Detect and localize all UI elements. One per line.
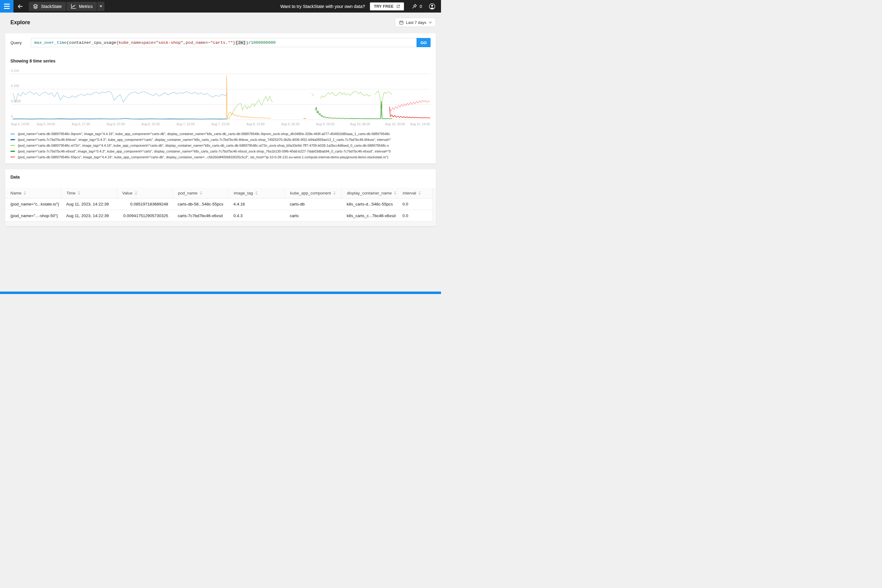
svg-text:Aug 9, 16:00: Aug 9, 16:00: [316, 122, 334, 126]
table-cell: k8s_carts_c...7bc46-x6xsd: [342, 213, 397, 218]
tab-metrics-label: Metrics: [79, 4, 93, 9]
column-header-label: pod_name: [178, 191, 198, 195]
svg-text:Aug 7, 10:00: Aug 7, 10:00: [176, 122, 195, 126]
legend-item[interactable]: {pod_name="carts-db-588979548c-9qnxm", i…: [10, 131, 430, 137]
query-input[interactable]: max_over_time(container_cpu_usage{kube_n…: [31, 38, 417, 47]
table-scrollbar-track[interactable]: [433, 188, 436, 221]
query-token: kube_namespace: [118, 40, 153, 45]
sort-icon: [394, 191, 396, 195]
column-header-kube-app-component[interactable]: kube_app_component: [285, 188, 342, 198]
legend-swatch: [10, 139, 15, 141]
user-avatar-button[interactable]: [429, 3, 435, 10]
table-cell: carts-7c7bd7bc46-x6xsd: [172, 213, 228, 218]
page-title: Explore: [10, 19, 30, 26]
tab-stackstate[interactable]: StackState: [29, 2, 66, 11]
query-token: =~: [206, 40, 210, 45]
column-header-interval[interactable]: interval: [397, 188, 433, 198]
stackstate-logo-icon: [33, 4, 38, 9]
table-header-row: NameTimeValuepod_nameimage_tagkube_app_c…: [5, 188, 436, 198]
caret-down-icon: [99, 6, 102, 8]
column-header-time[interactable]: Time: [61, 188, 117, 198]
hamburger-menu-button[interactable]: [0, 0, 14, 12]
query-token: [2m]: [235, 40, 246, 45]
topbar: StackState Metrics Want to try StackStat…: [0, 0, 441, 12]
column-header-display-container-name[interactable]: display_container_name: [342, 188, 397, 198]
column-header-label: interval: [403, 191, 416, 195]
table-cell: k8s_carts-d...548c-55pcs: [342, 202, 397, 206]
data-card: Data NameTimeValuepod_nameimage_tagkube_…: [5, 170, 436, 226]
table-cell: 0.009417512905730325: [117, 213, 172, 218]
time-range-selector[interactable]: Last 7 days: [395, 18, 436, 27]
pin-icon: [411, 3, 417, 9]
table-cell: Aug 11, 2023, 14:22:39: [61, 213, 117, 218]
column-header-value[interactable]: Value: [117, 188, 172, 198]
query-label: Query: [10, 40, 22, 45]
legend-text: {pod_name="carts-7c7bd7bc46-x6xsd", imag…: [18, 150, 391, 153]
svg-text:0: 0: [11, 114, 13, 118]
try-free-button[interactable]: TRY FREE: [370, 3, 404, 10]
column-header-name[interactable]: Name: [5, 188, 61, 198]
table-cell: 0.0: [397, 213, 433, 218]
explore-card: Query max_over_time(container_cpu_usage{…: [5, 33, 436, 164]
svg-text:Aug 4, 14:00: Aug 4, 14:00: [11, 122, 29, 126]
query-token: ): [246, 40, 248, 45]
legend-item[interactable]: {pod_name="carts-db-588979548c-st72n", i…: [10, 143, 430, 148]
calendar-icon: [399, 20, 404, 25]
pinned-views-button[interactable]: 0: [411, 3, 422, 9]
table-cell: {pod_name="...-shop-50"}: [5, 213, 61, 218]
svg-text:Aug 5, 17:30: Aug 5, 17:30: [72, 122, 90, 126]
query-token: }: [233, 40, 235, 45]
go-button[interactable]: GO: [417, 38, 430, 47]
timeseries-chart: 00.05000.1000.150Aug 4, 14:00Aug 5, 04:0…: [10, 69, 430, 128]
legend-swatch: [10, 156, 15, 158]
promo-text: Want to try StackState with your own dat…: [280, 4, 365, 9]
svg-text:0.100: 0.100: [11, 84, 19, 88]
query-token: container_cpu_usage: [69, 40, 116, 45]
query-token: max_over_time: [34, 40, 66, 45]
tab-metrics[interactable]: Metrics: [66, 2, 97, 11]
table-row[interactable]: {pod_name="...-shop-50"}Aug 11, 2023, 14…: [5, 210, 436, 221]
column-header-label: image_tag: [234, 191, 253, 195]
table-cell: carts-db-58...548c-55pcs: [172, 202, 228, 206]
svg-text:Aug 5, 04:00: Aug 5, 04:00: [37, 122, 55, 126]
legend-text: {pod_name="carts-db-588979548c-9qnxm", i…: [18, 132, 390, 136]
legend-text: {pod_name="carts-db-588979548c-55pcs", i…: [18, 155, 388, 159]
table-cell: carts: [285, 213, 342, 218]
tab-dropdown-button[interactable]: [98, 2, 104, 11]
arrow-left-icon: [18, 4, 23, 9]
legend-item[interactable]: {pod_name="carts-7c7bd7bc46-x6xsd", imag…: [10, 148, 430, 154]
table-cell: carts-db: [285, 202, 342, 206]
svg-text:0.150: 0.150: [11, 69, 19, 72]
back-button[interactable]: [14, 0, 27, 12]
column-header-image-tag[interactable]: image_tag: [228, 188, 285, 198]
svg-text:Aug 10, 20:00: Aug 10, 20:00: [385, 122, 405, 126]
column-header-label: Time: [66, 191, 76, 195]
column-header-label: Name: [10, 191, 21, 195]
query-box: max_over_time(container_cpu_usage{kube_n…: [31, 38, 430, 47]
bottom-accent-bar: [0, 291, 441, 294]
topbar-right: Want to try StackState with your own dat…: [280, 3, 441, 10]
table-cell: 0.085197183689248: [117, 202, 172, 206]
table-cell: 0.4.3: [228, 213, 285, 218]
column-header-pod-name[interactable]: pod_name: [172, 188, 228, 198]
time-range-label: Last 7 days: [406, 20, 427, 25]
sort-icon: [333, 191, 336, 195]
table-row[interactable]: {pod_name="c...kstate.io"}Aug 11, 2023, …: [5, 198, 436, 210]
legend-swatch: [10, 151, 15, 152]
table-cell: {pod_name="c...kstate.io"}: [5, 202, 61, 206]
table-cell: 4.4.16: [228, 202, 285, 206]
legend-text: {pod_name="carts-7c7bd7bc46-6hkvw", imag…: [18, 138, 391, 141]
query-token: pod_name: [186, 40, 206, 45]
legend-item[interactable]: {pod_name="carts-7c7bd7bc46-6hkvw", imag…: [10, 137, 430, 143]
chart-canvas: 00.05000.1000.150Aug 4, 14:00Aug 5, 04:0…: [10, 69, 430, 128]
data-table: NameTimeValuepod_nameimage_tagkube_app_c…: [5, 188, 436, 221]
sort-icon: [24, 191, 26, 195]
chart-title: Showing 8 time series: [10, 58, 56, 63]
sort-icon: [200, 191, 202, 195]
legend-item[interactable]: {pod_name="carts-db-588979548c-55pcs", i…: [10, 154, 430, 160]
legend-swatch: [10, 145, 15, 146]
pin-count: 0: [420, 4, 422, 9]
query-token: (: [66, 40, 69, 45]
svg-text:Aug 7, 23:30: Aug 7, 23:30: [212, 122, 230, 126]
chart-legend: {pod_name="carts-db-588979548c-9qnxm", i…: [10, 131, 430, 160]
